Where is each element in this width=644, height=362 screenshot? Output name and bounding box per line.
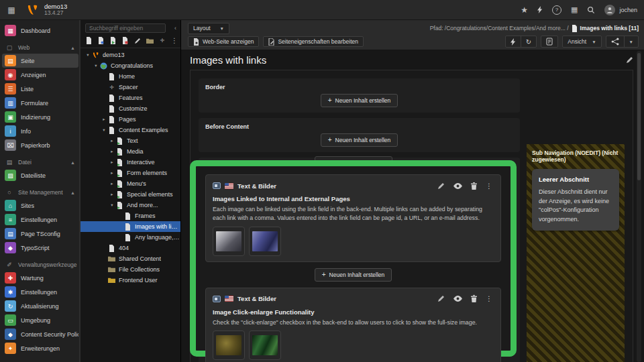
sidebar-item-content-security-policy[interactable]: ◆Content Security Policy [2, 327, 78, 341]
edit-pencil-icon[interactable] [437, 182, 445, 190]
sidebar-section-web[interactable]: ▢Web▲ [0, 42, 80, 54]
delete-trash-icon[interactable] [471, 295, 477, 302]
username[interactable]: jochen [619, 7, 637, 13]
scrollbar-thumb[interactable] [637, 53, 641, 180]
tree-node-congratulations[interactable]: ▾Congratulations [80, 60, 180, 71]
sidebar-section-site-management[interactable]: ○Site Management▲ [0, 186, 80, 198]
edit-page-properties-button[interactable]: Seiteneigenschaften bearbeiten [263, 36, 364, 47]
tree-node-images-with-links[interactable]: Images with links [80, 221, 180, 232]
sidebar-item-umgebung[interactable]: ▭Umgebung [2, 313, 78, 327]
modulemenu-toggle-icon[interactable]: ▦ [0, 5, 23, 15]
view-webpage-button[interactable]: Web-Seite anzeigen [188, 36, 259, 47]
tree-node-demo13[interactable]: ▾demo13 [80, 50, 180, 60]
page-shortcut-icon[interactable] [109, 36, 116, 45]
reload-icon[interactable]: ↻ [521, 36, 536, 47]
chevron-right-icon[interactable]: ▸ [109, 181, 115, 186]
tree-node-home[interactable]: Home [80, 71, 180, 82]
tree-node-customize[interactable]: Customize [80, 103, 180, 114]
tree-node-special-elements[interactable]: ▸Special elements [80, 189, 180, 200]
bookmark-star-icon[interactable]: ★ [521, 6, 528, 14]
share-chevron-icon[interactable]: ▼ [624, 36, 638, 47]
collapse-tree-icon[interactable]: ‹ [174, 25, 176, 32]
new-page-icon[interactable] [85, 36, 92, 45]
chevron-down-icon[interactable]: ▾ [93, 63, 99, 68]
chevron-right-icon[interactable]: ▸ [109, 160, 115, 165]
tree-node-content-examples[interactable]: ▾Content Examples [80, 125, 180, 135]
sidebar-item-formulare[interactable]: ▥Formulare [2, 96, 78, 110]
sidebar-item-papierkorb[interactable]: ⌧Papierkorb [2, 138, 78, 152]
edit-pencil-icon[interactable] [437, 295, 445, 302]
tree-node-menu-s[interactable]: ▸Menu's [80, 178, 180, 189]
sidebar-item-einstellungen[interactable]: ✱Einstellungen [2, 285, 78, 299]
sidebar-item-aktualisierung[interactable]: ↻Aktualisierung [2, 299, 78, 313]
tree-node-text[interactable]: ▸Text [80, 135, 180, 146]
more-options-kebab-icon[interactable]: ⋮ [486, 295, 492, 302]
pagetree-search-input[interactable] [85, 23, 166, 33]
tree-node-pages[interactable]: ▸Pages [80, 114, 180, 125]
site-info[interactable]: demo13 13.4.27 [44, 3, 67, 17]
avatar[interactable] [604, 5, 615, 15]
chevron-right-icon[interactable]: ▸ [101, 117, 107, 122]
tree-node-frontend-user[interactable]: Frontend User [80, 275, 180, 286]
chevron-right-icon[interactable]: ▸ [109, 192, 115, 197]
tree-node-interactive[interactable]: ▸Interactive [80, 157, 180, 168]
sidebar-item-page-tsconfig[interactable]: ▤Page TSconfig [2, 227, 78, 241]
sidebar-section-datei[interactable]: ▤Datei▲ [0, 156, 80, 168]
tree-node-404[interactable]: 404 [80, 243, 180, 253]
share-icon[interactable] [606, 36, 624, 47]
tree-node-any-language-any-chara[interactable]: Any language, any chara... [80, 232, 180, 243]
visibility-eye-icon[interactable] [453, 296, 462, 302]
image-thumbnail-winter-cars[interactable] [249, 227, 281, 256]
help-icon[interactable]: ? [552, 5, 561, 15]
sidebar-item-einstellungen[interactable]: ≡Einstellungen [2, 213, 78, 227]
view-dropdown[interactable]: Ansicht ▼ [562, 36, 601, 48]
image-thumbnail-green-leaves[interactable] [249, 330, 281, 360]
sidebar-section-verwaltungswerkzeuge[interactable]: ✐Verwaltungswerkzeuge▲ [0, 259, 80, 271]
sidebar-item-sites[interactable]: ⌂Sites [2, 198, 78, 213]
edit-page-title-pencil-icon[interactable] [626, 56, 633, 64]
new-content-button[interactable]: +Neuen Inhalt erstellen [321, 133, 398, 147]
sidebar-item-dashboard[interactable]: ▦Dashboard [2, 23, 78, 38]
sidebar-item-seite[interactable]: ▤Seite [2, 54, 78, 68]
page-external-icon[interactable] [122, 36, 129, 45]
breadcrumb-page[interactable]: Images with links [11] [580, 25, 639, 32]
image-thumbnail-winter-road[interactable] [213, 227, 245, 256]
tree-node-media[interactable]: ▸Media [80, 146, 180, 157]
visibility-eye-icon[interactable] [453, 183, 462, 189]
chevron-right-icon[interactable]: ▸ [109, 138, 115, 143]
tree-node-frames[interactable]: Frames [80, 210, 180, 221]
search-icon[interactable] [587, 6, 595, 14]
page-user-icon[interactable] [97, 36, 104, 45]
tree-node-form-elements[interactable]: ▸Form elements [80, 168, 180, 178]
tree-node-and-more[interactable]: ▾And more... [80, 200, 180, 210]
more-options-kebab-icon[interactable]: ⋮ [486, 182, 492, 190]
sidebar-item-indizierung[interactable]: ▣Indizierung [2, 110, 78, 124]
view-dropdown-button[interactable]: Ansicht ▼ [563, 36, 600, 47]
tree-node-features[interactable]: Features [80, 93, 180, 103]
flush-cache-bolt-icon[interactable] [506, 36, 521, 47]
tree-more-options-icon[interactable]: ⋮ [171, 37, 178, 44]
new-content-button[interactable]: +Neuen Inhalt erstellen [315, 268, 392, 282]
chevron-right-icon[interactable]: ▸ [109, 149, 115, 154]
sidebar-item-wartung[interactable]: ✚Wartung [2, 271, 78, 285]
chevron-down-icon[interactable]: ▾ [109, 202, 115, 208]
tree-node-spacer[interactable]: ✛Spacer [80, 82, 180, 93]
delete-trash-icon[interactable] [471, 182, 477, 190]
sidebar-item-erweiterungen[interactable]: ✦Erweiterungen [2, 341, 78, 355]
edit-icon[interactable] [134, 36, 141, 45]
spacer-icon[interactable]: ✛ [159, 36, 166, 45]
folder-icon[interactable] [146, 36, 154, 45]
clear-cache-bolt-icon[interactable] [537, 6, 543, 13]
note-icon[interactable] [541, 36, 557, 47]
sidebar-item-anzeigen[interactable]: ◉Anzeigen [2, 68, 78, 82]
sidebar-item-liste[interactable]: ☰Liste [2, 82, 78, 96]
tree-node-file-collections[interactable]: File Collections [80, 264, 180, 275]
chevron-down-icon[interactable]: ▾ [101, 127, 107, 133]
sidebar-item-typoscript[interactable]: ◆TypoScript [2, 241, 78, 255]
chevron-down-icon[interactable]: ▾ [85, 52, 91, 58]
new-content-button[interactable]: +Neuen Inhalt erstellen [321, 94, 398, 107]
scrollbar-track[interactable] [637, 51, 641, 362]
tree-node-shared-content[interactable]: Shared Content [80, 253, 180, 264]
chevron-right-icon[interactable]: ▸ [109, 170, 115, 176]
sidebar-item-dateiliste[interactable]: ▨Dateiliste [2, 168, 78, 182]
